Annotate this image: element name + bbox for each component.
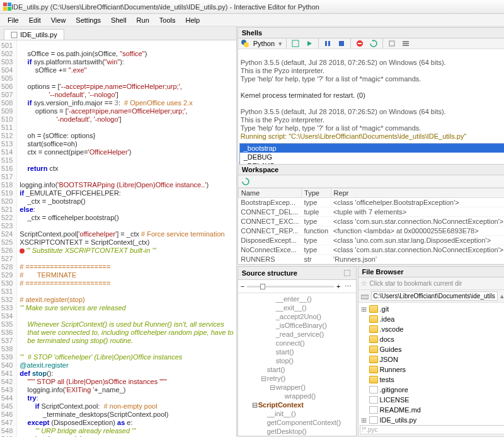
- source-node[interactable]: getDesktop(): [241, 427, 353, 436]
- source-node[interactable]: getComponentContext(): [241, 418, 353, 427]
- workspace-row[interactable]: CONNECT_EXC...type<class 'com.sun.star.c…: [238, 217, 504, 226]
- col-type[interactable]: Type: [302, 189, 331, 198]
- svg-rect-4: [325, 41, 327, 46]
- menu-bar: File Edit View Settings Shell Run Tools …: [0, 14, 504, 26]
- menu-tools[interactable]: Tools: [154, 15, 181, 25]
- source-tree[interactable]: __enter__()__exit__()_accept2Uno()_isOff…: [238, 293, 356, 436]
- menu-edit[interactable]: Edit: [24, 15, 46, 25]
- run-icon[interactable]: [304, 38, 314, 49]
- svg-rect-12: [403, 45, 409, 46]
- pause-icon[interactable]: [323, 38, 333, 49]
- svg-rect-11: [403, 43, 409, 44]
- completion-item[interactable]: _DEBUG: [240, 153, 504, 161]
- star-icon[interactable]: ☆: [361, 279, 367, 288]
- editor-tabs: IDE_utils.py: [0, 26, 236, 40]
- stop-debug-icon[interactable]: [336, 38, 346, 49]
- workspace-row[interactable]: NoConnectExce...type<class 'com.sun.star…: [238, 245, 504, 255]
- source-header: Source structure: [242, 269, 297, 277]
- file-tree-item[interactable]: ⊞.git: [361, 304, 504, 314]
- file-icon: [369, 416, 378, 424]
- menu-file[interactable]: File: [3, 15, 24, 25]
- shell-lang[interactable]: Python: [253, 40, 275, 47]
- file-icon: [369, 386, 378, 393]
- new-shell-icon[interactable]: [290, 38, 301, 49]
- workspace-table: Name Type Repr BootstrapExcep...type<cla…: [238, 188, 504, 264]
- bookmark-hint: Click star to bookmark current dir: [370, 280, 462, 287]
- col-name[interactable]: Name: [238, 189, 301, 198]
- svg-rect-3: [292, 40, 299, 47]
- menu-run[interactable]: Run: [132, 15, 154, 25]
- svg-rect-5: [328, 41, 330, 46]
- file-tree-item[interactable]: .idea: [361, 314, 504, 324]
- folder-icon: [369, 335, 378, 343]
- folder-icon: [369, 305, 378, 313]
- workspace-row[interactable]: RUNNERSstr'Runners.json': [238, 255, 504, 264]
- file-tree-item[interactable]: docs: [361, 334, 504, 344]
- workspace-toolbar: [238, 175, 504, 188]
- source-node[interactable]: wrapped(): [241, 392, 353, 400]
- svg-rect-6: [339, 41, 344, 46]
- workspace-row[interactable]: BootstrapExcep...type<class 'officehelpe…: [238, 198, 504, 207]
- settings-icon[interactable]: [401, 38, 411, 49]
- editor-tab[interactable]: IDE_utils.py: [4, 29, 64, 40]
- source-node[interactable]: __init__(): [241, 409, 353, 418]
- source-node[interactable]: ⊟ScriptContext: [241, 400, 353, 409]
- file-icon: [11, 32, 18, 38]
- file-tree-item[interactable]: ⊞IDE_utils.py: [361, 415, 504, 424]
- source-node[interactable]: ⊟retry(): [241, 374, 353, 383]
- workspace-header: Workspace: [238, 165, 504, 175]
- folder-icon: [369, 346, 378, 353]
- source-node[interactable]: start(): [241, 347, 353, 356]
- up-dir-icon[interactable]: ▴: [500, 292, 504, 300]
- source-node[interactable]: connect(): [241, 339, 353, 347]
- file-tree-item[interactable]: .gitignore: [361, 385, 504, 395]
- source-node[interactable]: __exit__(): [241, 303, 353, 312]
- folder-icon: [369, 356, 378, 363]
- filter-input[interactable]: !*.pyc: [360, 425, 504, 434]
- file-tree-item[interactable]: README.md: [361, 405, 504, 415]
- interrupt-icon[interactable]: [355, 38, 365, 49]
- source-node[interactable]: _accept2Uno(): [241, 312, 353, 321]
- code-editor[interactable]: 501 502 503 504 505 506 507 508 509 510 …: [0, 40, 236, 437]
- workspace-row[interactable]: Runnertype<class '__main__.Runner'>: [238, 264, 504, 265]
- col-repr[interactable]: Repr: [331, 189, 504, 198]
- menu-view[interactable]: View: [46, 15, 71, 25]
- restart-icon[interactable]: [369, 38, 379, 49]
- folder-icon: [369, 376, 378, 383]
- source-node[interactable]: ⊟wrapper(): [241, 383, 353, 392]
- source-slider[interactable]: −+ ⋯: [238, 280, 356, 293]
- source-node[interactable]: _isOfficeBinary(): [241, 321, 353, 330]
- svg-rect-9: [389, 41, 394, 46]
- shell-output[interactable]: Python 3.5.5 (default, Jul 28 2018, 07:2…: [238, 49, 504, 142]
- workspace-row[interactable]: DisposedExcept...type<class 'uno.com.sun…: [238, 236, 504, 245]
- svg-rect-8: [358, 43, 362, 44]
- file-tree-item[interactable]: Guides: [361, 344, 504, 354]
- source-node[interactable]: _read_service(): [241, 330, 353, 339]
- expand-icon[interactable]: [342, 268, 352, 278]
- source-node[interactable]: stop(): [241, 356, 353, 365]
- shells-header: Shells: [238, 28, 504, 38]
- svg-point-2: [244, 42, 249, 47]
- source-node[interactable]: __enter__(): [241, 294, 353, 303]
- file-tree-item[interactable]: tests: [361, 375, 504, 385]
- menu-shell[interactable]: Shell: [106, 15, 131, 25]
- completion-item[interactable]: _bootstrap: [240, 144, 504, 153]
- refresh-icon[interactable]: [241, 177, 251, 187]
- source-opt-icon[interactable]: ⋯: [343, 281, 353, 291]
- file-tree-item[interactable]: .vscode: [361, 324, 504, 334]
- source-node[interactable]: start(): [241, 365, 353, 374]
- file-tree-item[interactable]: JSON: [361, 354, 504, 364]
- file-tree[interactable]: ⊞.git.idea.vscodedocsGuidesJSONRunnerste…: [358, 303, 504, 424]
- folder-icon: [369, 366, 378, 373]
- clear-icon[interactable]: [387, 38, 397, 49]
- menu-help[interactable]: Help: [180, 15, 205, 25]
- workspace-row[interactable]: CONNECT_DEL...tuple<tuple with 7 element…: [238, 207, 504, 217]
- file-tree-item[interactable]: LICENSE: [361, 395, 504, 405]
- svg-rect-13: [344, 270, 350, 276]
- shell-toolbar: Python ▾: [238, 38, 504, 49]
- file-tree-item[interactable]: Runners: [361, 364, 504, 375]
- menu-settings[interactable]: Settings: [71, 15, 106, 25]
- file-icon: [369, 406, 378, 414]
- path-field[interactable]: C:\Users\LibreOfficiant\Documents\ide_ut…: [371, 291, 498, 301]
- workspace-row[interactable]: CONNECT_REP...function<function <lambda>…: [238, 226, 504, 236]
